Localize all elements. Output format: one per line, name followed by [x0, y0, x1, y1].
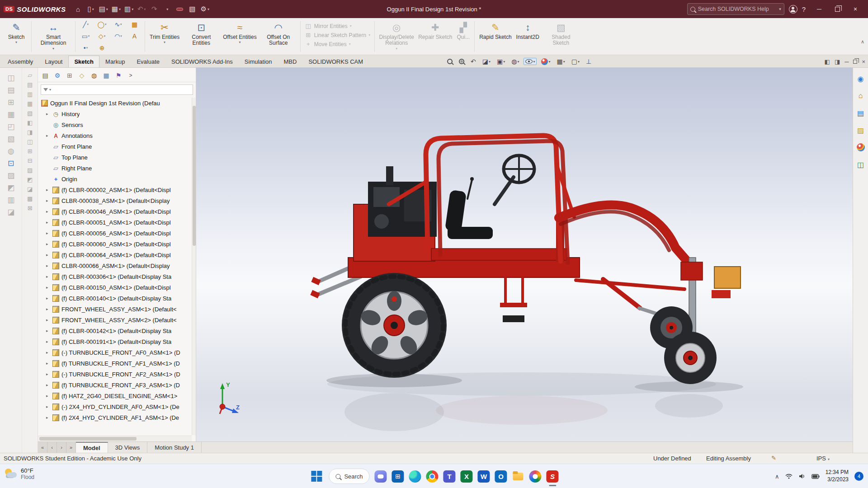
file-explorer-icon[interactable]	[512, 470, 524, 483]
tree-item[interactable]: ▸ Right Plane	[38, 163, 196, 174]
start-button[interactable]	[309, 469, 324, 483]
propertymanager-tab-icon[interactable]: ⚙	[52, 70, 63, 81]
excel-icon[interactable]: X	[461, 470, 473, 483]
instant3d-icon[interactable]: ▥	[7, 196, 14, 204]
tree-item[interactable]: ▸ (f) CLBR-000142<1> (Default<Display St…	[38, 325, 196, 336]
close-button[interactable]: ×	[846, 0, 864, 18]
expander-icon[interactable]: ▸	[46, 394, 52, 398]
expander-icon[interactable]: ▸	[46, 263, 52, 268]
side-toolbar-icon-15[interactable]: ⊠	[28, 205, 33, 211]
scrollbar-thumb[interactable]	[193, 106, 196, 246]
tree-item[interactable]: ▸ (f) CLBR-000150_ASM<1> (Default<Displ	[38, 282, 196, 293]
tree-filter-input[interactable]	[52, 87, 190, 93]
rapid-sketch-button[interactable]: ✎ Rapid Sketch	[477, 20, 514, 41]
repair-sketch-button[interactable]: ✚ Repair Sketch	[416, 20, 454, 41]
linear-sketch-pattern-button[interactable]: ⊞ Linear Sketch Pattern	[303, 31, 372, 39]
tree-item[interactable]: ▸ (f) CLBR-000046_ASM<1> (Default<Displ	[38, 206, 196, 217]
tree-item[interactable]: ▸ (f) CLBR-000002_ASM<1> (Default<Displ	[38, 184, 196, 195]
side-toolbar-icon-6[interactable]: ◧	[27, 120, 33, 126]
expander-icon[interactable]: ▸	[46, 296, 52, 300]
command-tab[interactable]: Layout	[39, 56, 68, 67]
doc-close-icon[interactable]: ×	[862, 58, 865, 65]
tree-item[interactable]: ▸ Front Plane	[38, 141, 196, 152]
chevron-down-icon[interactable]: ▾	[779, 7, 781, 11]
view-tab[interactable]: Model	[76, 442, 108, 453]
doc-minimize-icon[interactable]: ─	[844, 58, 849, 65]
graphics-viewport[interactable]: Y Z	[196, 68, 853, 441]
tab-overflow-icon[interactable]: >	[125, 70, 136, 81]
tree-item[interactable]: ▸ (f) HATZ_2G40_DIESEL_ENGINE_ASM<1>	[38, 390, 196, 401]
featuremanager-tab-icon[interactable]: ▤	[40, 70, 51, 81]
ribbon-collapse-icon[interactable]: ∧	[861, 39, 864, 45]
solidworks-icon[interactable]: S	[547, 470, 559, 483]
print-icon[interactable]: ▥	[123, 3, 135, 15]
tree-item[interactable]: ▸ (f) TURNBUCKLE_FRONT_AF1_ASM<1> (D	[38, 358, 196, 369]
mirror-entities-button[interactable]: ◫ Mirror Entities	[303, 22, 354, 30]
tree-item[interactable]: ▸ (f) CLBR-000306<1> (Default<Display St…	[38, 271, 196, 282]
tree-item[interactable]: ▸ (f) CLBR-000056_ASM<1> (Default<Displ	[38, 228, 196, 239]
google-chrome-icon[interactable]	[426, 470, 439, 483]
tree-item[interactable]: ▸ (f) CLBR-000051_ASM<1> (Default<Displ	[38, 217, 196, 228]
side-toolbar-icon-13[interactable]: ◪	[27, 186, 33, 192]
reference-geometry-icon[interactable]: ◍	[8, 147, 14, 155]
outlook-icon[interactable]: O	[495, 470, 507, 483]
expander-icon[interactable]: ▸	[46, 188, 52, 192]
help-icon[interactable]: ?	[802, 5, 806, 13]
model-control-levers[interactable]	[467, 177, 474, 199]
clock[interactable]: 12:34 PM 3/2/2023	[826, 469, 849, 483]
configurationmanager-tab-icon[interactable]: ⊞	[64, 70, 75, 81]
tree-item[interactable]: ▸ Sensors	[38, 119, 196, 130]
expander-icon[interactable]: ▸	[46, 231, 52, 235]
custom-properties-icon[interactable]: ◫	[855, 159, 866, 170]
chevron-down-icon[interactable]: ▾	[49, 88, 51, 92]
tree-item[interactable]: ▸ Annotations	[38, 130, 196, 141]
expander-icon[interactable]: ▸	[46, 133, 52, 138]
command-tab[interactable]: SOLIDWORKS Add-Ins	[165, 56, 239, 67]
options-gear-icon[interactable]: ⚙	[199, 3, 211, 15]
tab-scroll-last-icon[interactable]: »	[66, 442, 76, 453]
open-file-icon[interactable]: ▤	[98, 3, 109, 15]
side-toolbar-icon-8[interactable]: ◫	[27, 139, 33, 145]
display-style-icon[interactable]: ◍	[509, 57, 521, 66]
expander-icon[interactable]: ▸	[46, 415, 52, 420]
spline-tool-icon[interactable]: ∿	[110, 21, 126, 28]
tree-filter[interactable]: ▾	[41, 84, 193, 95]
model-boom-arm[interactable]	[559, 205, 693, 308]
offset-on-surface-button[interactable]: ◠ Offset On Surface	[259, 20, 298, 47]
doc-restore-icon[interactable]	[853, 60, 857, 64]
expander-icon[interactable]: ▸	[46, 383, 52, 387]
word-icon[interactable]: W	[478, 470, 490, 483]
expander-icon[interactable]: ▸	[46, 274, 52, 279]
section-view-icon[interactable]: ◪	[481, 57, 492, 66]
side-toolbar-icon-7[interactable]: ◨	[27, 129, 33, 136]
tree-item[interactable]: ▸ CLBR-000038_ASM<1> (Default<Display	[38, 195, 196, 206]
text-tool-icon[interactable]: A	[127, 33, 142, 40]
sketch-picture-icon[interactable]: ▦	[127, 21, 142, 28]
command-tab[interactable]: Simulation	[239, 56, 278, 67]
tree-item[interactable]: ▸ (f) CLBR-000060_ASM<1> (Default<Displ	[38, 239, 196, 249]
side-toolbar-icon-5[interactable]: ▧	[27, 110, 33, 117]
tree-item[interactable]: ▸ (f) CLBR-000191<1> (Default<Display St…	[38, 336, 196, 347]
pane-right-icon[interactable]: ◨	[835, 58, 840, 65]
tree-root-item[interactable]: Oggun II Final Design 1st Revision (Defa…	[38, 98, 196, 108]
component-pattern-icon[interactable]: ⊞	[8, 99, 14, 107]
expander-icon[interactable]: ▸	[46, 242, 52, 246]
expander-icon[interactable]: ▸	[46, 307, 52, 311]
tree-item[interactable]: ▸ CLBR-000066_ASM<1> (Default<Display	[38, 260, 196, 271]
selected-tool-icon[interactable]: ⊡	[8, 160, 14, 168]
tree-item[interactable]: ▸ (-) TURNBUCKLE_FRONT_AF0_ASM<1> (D	[38, 347, 196, 358]
apply-scene-icon[interactable]: ▦	[555, 57, 567, 66]
command-tab[interactable]: Evaluate	[131, 56, 165, 67]
unit-system[interactable]: IPS	[816, 455, 830, 462]
expander-icon[interactable]: ▸	[46, 198, 52, 203]
smart-dimension-button[interactable]: ↔ Smart Dimension	[34, 20, 73, 52]
side-toolbar-icon-10[interactable]: ⊟	[28, 158, 33, 164]
tree-item[interactable]: ▸ (-) 2X4_HYD_CYLINDER_AF0_ASM<1> (De	[38, 401, 196, 412]
tree-item[interactable]: ▸ FRONT_WHEEL_ASSY_ASM<2> (Default<	[38, 314, 196, 325]
tab-scroll-first-icon[interactable]: «	[38, 442, 47, 453]
volume-icon[interactable]	[798, 473, 806, 479]
side-toolbar-icon-11[interactable]: ▨	[27, 167, 33, 174]
expander-icon[interactable]: ▸	[46, 328, 52, 333]
zoom-fit-icon[interactable]	[445, 57, 454, 66]
smart-fasteners-icon[interactable]: ▦	[7, 111, 14, 119]
